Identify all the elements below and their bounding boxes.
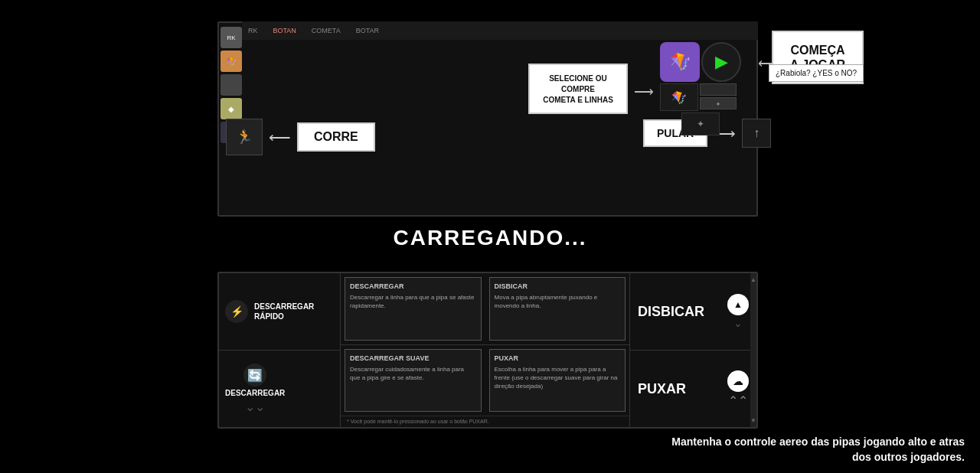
puxar-label: PUXAR — [638, 381, 686, 397]
card-puxar-title: PUXAR — [495, 354, 620, 362]
card-descarregar-title: DESCARREGAR — [350, 282, 475, 290]
descarregar-label: DESCARREGAR — [225, 388, 285, 398]
sidebar-icon-1[interactable]: 🪁 — [220, 51, 242, 72]
bp-descarregar-rapido: ⚡ DESCARREGARRÁPIDO — [219, 273, 340, 351]
bp-mid: DESCARREGAR Descarregar a linha para que… — [341, 273, 630, 427]
pular-icon: ↑ — [742, 119, 771, 148]
puxar-dbl-up: ⌃⌃ — [728, 393, 748, 408]
descarregar-rapido-icon: ⚡ — [225, 300, 248, 323]
bp-descarregar: 🔄 DESCARREGAR ⌄⌄ — [219, 351, 340, 427]
bp-right-disbicar: DISBICAR ▲ ⌄ — [630, 273, 756, 351]
bp-mid-row-1: DESCARREGAR Descarregar a linha para que… — [341, 273, 629, 344]
small-icon-1[interactable] — [700, 83, 737, 96]
puxar-cloud-icon: ☁ — [727, 370, 749, 392]
disbicar-dbl-down: ⌄ — [733, 317, 743, 329]
disbicar-up-icon: ▲ — [727, 294, 749, 315]
disbicar-label: DISBICAR — [638, 304, 704, 320]
disbicar-arrows: ▲ ⌄ — [727, 294, 749, 329]
card-puxar-text: Escolha a linha para mover a pipa para a… — [495, 365, 620, 391]
select-arrow: ⟶ — [634, 83, 654, 100]
nav-botan[interactable]: BOTAN — [273, 27, 296, 34]
select-section: SELECIONE OU COMPRECOMETA E LINHAS ⟶ 🪁 ▶… — [528, 42, 741, 135]
card-descarregar-suave: DESCARREGAR SUAVE Descarregar cuidadosam… — [345, 349, 481, 413]
corre-arrow: ⟵ — [269, 128, 291, 146]
sidebar-icon-rk[interactable]: RK — [220, 27, 242, 48]
nav-cometa[interactable]: COMETA — [312, 27, 341, 34]
nav-botar[interactable]: BOTAR — [356, 27, 379, 34]
card-puxar: PUXAR Escolha a linha para mover a pipa … — [489, 349, 626, 413]
bp-note: * Você pode mantê-lo pressionado ao usar… — [341, 416, 629, 427]
bottom-text-line1: Mantenha o controle aereo das pipas joga… — [671, 435, 965, 448]
scroll-down-arrow[interactable]: ▼ — [750, 417, 756, 424]
bottom-icon[interactable]: ✦ — [681, 113, 720, 135]
corre-label: CORRE — [297, 122, 375, 152]
kite2-icon[interactable]: 🪁 — [660, 83, 698, 111]
descarregar-rapido-label: DESCARREGARRÁPIDO — [254, 302, 314, 321]
card-descarregar: DESCARREGAR Descarregar a linha para que… — [345, 277, 481, 341]
bp-scrollbar[interactable]: ▲ ▼ — [750, 273, 756, 427]
bp-right-puxar: PUXAR ☁ ⌃⌃ — [630, 351, 756, 427]
sidebar-icon-2[interactable] — [220, 74, 242, 96]
bp-right: DISBICAR ▲ ⌄ PUXAR ☁ ⌃⌃ ▲ ▼ — [630, 273, 756, 427]
select-cometa-box[interactable]: SELECIONE OU COMPRECOMETA E LINHAS — [528, 64, 628, 115]
loading-text: CARREGANDO... — [0, 226, 980, 250]
right-icons-cluster: 🪁 ▶ 🪁 ● ✦ — [660, 42, 741, 135]
bottom-right-text: Mantenha o controle aereo das pipas joga… — [671, 435, 965, 465]
nav-rk[interactable]: RK — [248, 27, 258, 34]
card-disbicar-text: Mova a pipa abruptamente puxando e moven… — [495, 293, 620, 310]
select-cometa-text: SELECIONE OU COMPRECOMETA E LINHAS — [543, 74, 613, 105]
play-icon[interactable]: ▶ — [701, 42, 741, 82]
start-line1: COMEÇA — [790, 44, 844, 57]
kite-icon[interactable]: 🪁 — [660, 42, 700, 82]
descarregar-icon: 🔄 — [243, 364, 266, 387]
scroll-up-arrow[interactable]: ▲ — [750, 276, 756, 283]
small-icon-2[interactable]: ● — [700, 97, 737, 109]
card-disbicar: DISBICAR Mova a pipa abruptamente puxand… — [489, 277, 626, 341]
card-descarregar-suave-text: Descarregar cuidadosamente a linha para … — [350, 365, 475, 382]
card-disbicar-title: DISBICAR — [495, 282, 620, 290]
descarregar-dbl-arrow: ⌄⌄ — [245, 400, 265, 414]
bottom-panel: ⚡ DESCARREGARRÁPIDO 🔄 DESCARREGAR ⌄⌄ DES… — [217, 272, 758, 429]
corre-section: 🏃 ⟵ CORRE — [226, 119, 375, 155]
bp-mid-row-2: DESCARREGAR SUAVE Descarregar cuidadosam… — [341, 344, 629, 416]
card-descarregar-text: Descarregar a linha para que a pipa se a… — [350, 293, 475, 310]
corre-icon: 🏃 — [226, 119, 263, 155]
game-nav: RK BOTAN COMETA BOTAR — [242, 21, 758, 40]
rabiola-tooltip: ¿Rabiola? ¿YES o NO? — [769, 64, 864, 82]
sidebar-icon-3[interactable]: ◆ — [220, 98, 242, 119]
puxar-arrows: ☁ ⌃⌃ — [727, 370, 749, 408]
bottom-text-line2: dos outros jogadores. — [852, 451, 965, 463]
card-descarregar-suave-title: DESCARREGAR SUAVE — [350, 354, 475, 362]
bp-left: ⚡ DESCARREGARRÁPIDO 🔄 DESCARREGAR ⌄⌄ — [219, 273, 341, 427]
